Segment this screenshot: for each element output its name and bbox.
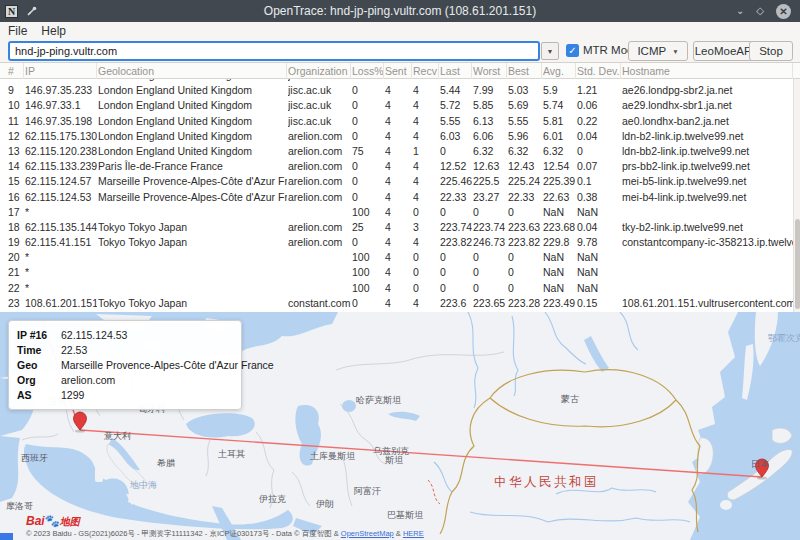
table-row[interactable]: 23108.61.201.151Tokyo Tokyo Japanconstan… [0, 296, 793, 311]
cell: 1 [413, 144, 439, 159]
column-header-hostname[interactable]: Hostname [618, 63, 793, 79]
table-row[interactable]: 9146.97.35.233London England United King… [0, 83, 793, 98]
cell: 100 [352, 281, 384, 296]
table-row[interactable]: 11146.97.35.198London England United Kin… [0, 114, 793, 129]
stop-button[interactable]: Stop [749, 41, 793, 61]
map-label: 蒙古 [561, 393, 579, 406]
cell: NaN [543, 205, 576, 220]
map-label: 希腊 [157, 457, 175, 470]
cell: 223.68 [543, 220, 576, 235]
cell: 0 [352, 235, 384, 250]
cell: 10 [8, 98, 24, 113]
tooltip-key: Org [17, 373, 61, 388]
cell: NaN [543, 250, 576, 265]
cell: arelion.com [288, 174, 351, 189]
table-row[interactable]: 10146.97.33.1London England United Kingd… [0, 98, 793, 113]
cell: London England United Kingdom [98, 144, 287, 159]
tooltip-key: Geo [17, 358, 61, 373]
osm-link[interactable]: OpenStreetMap [341, 529, 394, 538]
cell: 75 [352, 144, 384, 159]
tooltip-value: 22.53 [61, 343, 87, 358]
cell: 4 [413, 235, 439, 250]
cell: 223.82 [508, 235, 542, 250]
column-header-recv[interactable]: Recv [409, 63, 439, 79]
map-label: 鄂霍次克海 [768, 332, 800, 345]
cell: NaN [577, 205, 621, 220]
cell: 0.22 [577, 114, 621, 129]
cell: arelion.com [288, 220, 351, 235]
column-header-geolocation[interactable]: Geolocation [94, 63, 287, 79]
cell: 0 [508, 281, 542, 296]
column-header-loss%[interactable]: Loss% [348, 63, 384, 79]
map-label: 土耳其 [218, 448, 245, 461]
mtr-mode-checkbox[interactable]: ✓ [566, 44, 579, 57]
menu-help[interactable]: Help [41, 24, 66, 38]
scrollbar-thumb[interactable] [795, 219, 800, 309]
column-header-sent[interactable]: Sent [381, 63, 412, 79]
column-header-avg[interactable]: Avg. [539, 63, 576, 79]
tooltip-key: IP #16 [17, 328, 61, 343]
cell: 0 [473, 205, 507, 220]
cell: arelion.com [288, 190, 351, 205]
cell: 6.06 [473, 129, 507, 144]
host-input[interactable] [10, 45, 538, 57]
minimize-icon[interactable]: ⌄ [736, 6, 744, 16]
host-history-dropdown[interactable]: ▼ [541, 42, 559, 60]
cell: 0 [577, 144, 621, 159]
table-row[interactable]: 1362.115.120.238London England United Ki… [0, 144, 793, 159]
cell: 5.55 [508, 114, 542, 129]
table-row[interactable]: 1962.115.41.151Tokyo Tokyo Japanarelion.… [0, 235, 793, 250]
column-header-last[interactable]: Last [436, 63, 472, 79]
table-row[interactable]: 1662.115.124.53Marseille Provence-Alpes-… [0, 190, 793, 205]
cell: 0 [508, 250, 542, 265]
cell: 9.78 [577, 235, 621, 250]
titlebar: N OpenTrace: hnd-jp-ping.vultr.com (108.… [0, 0, 800, 22]
here-link[interactable]: HERE [403, 529, 424, 538]
column-header-ip[interactable]: IP [21, 63, 97, 79]
cell [622, 281, 793, 296]
tooltip-value: arelion.com [61, 373, 115, 388]
map-label: 伊朗 [316, 498, 334, 511]
table-row[interactable]: 1262.115.175.130London England United Ki… [0, 129, 793, 144]
cell: 0 [508, 265, 542, 280]
column-header-best[interactable]: Best [504, 63, 542, 79]
cell: 13 [8, 144, 24, 159]
cell: 5.96 [508, 129, 542, 144]
table-row[interactable]: 17*10040000NaNNaN [0, 205, 793, 220]
cell: 0 [352, 159, 384, 174]
cell: jisc.ac.uk [288, 83, 351, 98]
cell [622, 265, 793, 280]
cell: London England United Kingdom [98, 83, 287, 98]
window-title: OpenTrace: hnd-jp-ping.vultr.com (108.61… [0, 4, 800, 18]
cell: 100 [352, 205, 384, 220]
cell: 108.61.201.151.vultrusercontent.com [622, 296, 793, 311]
table-row[interactable]: 1862.115.135.144Tokyo Tokyo Japanarelion… [0, 220, 793, 235]
tooltip-row: Orgarelion.com [17, 373, 233, 388]
column-header-stddev[interactable]: Std. Dev. [573, 63, 621, 79]
table-row[interactable]: 1462.115.133.239Paris Île-de-France Fran… [0, 159, 793, 174]
cell: tky-b2-link.ip.twelve99.net [622, 220, 793, 235]
tooltip-row: AS1299 [17, 388, 233, 403]
cell: Tokyo Tokyo Japan [98, 296, 287, 311]
vertical-scrollbar[interactable] [793, 79, 800, 312]
menu-file[interactable]: File [8, 24, 27, 38]
table-row[interactable]: 20*10040000NaNNaN [0, 250, 793, 265]
cell: 4 [385, 83, 412, 98]
column-header-worst[interactable]: Worst [469, 63, 507, 79]
cell: 0 [440, 265, 472, 280]
cell: 229.8 [543, 235, 576, 250]
table-row[interactable]: 1562.115.124.57Marseille Provence-Alpes-… [0, 174, 793, 189]
table-row[interactable]: 21*10040000NaNNaN [0, 265, 793, 280]
land-sardinia [95, 468, 103, 482]
cell: 4 [413, 296, 439, 311]
route-map[interactable]: 法国匈牙利意大利西班牙希腊地中海土耳其摩洛哥哈萨克斯坦乌兹别克斯坦土库曼斯坦伊拉… [0, 312, 800, 540]
cell: ldn-bb2-link.ip.twelve99.net [622, 144, 793, 159]
table-row[interactable]: 22*10040000NaNNaN [0, 281, 793, 296]
column-header-organization[interactable]: Organization [284, 63, 351, 79]
protocol-dropdown-button[interactable]: ICMP▼ [628, 41, 688, 61]
cell: 223.49 [543, 296, 576, 311]
cell: ae29.londhx-sbr1.ja.net [622, 98, 793, 113]
cell: London England United Kingdom [98, 98, 287, 113]
maximize-icon[interactable]: ◇ [756, 6, 764, 16]
close-icon[interactable]: ✕ [776, 4, 791, 19]
